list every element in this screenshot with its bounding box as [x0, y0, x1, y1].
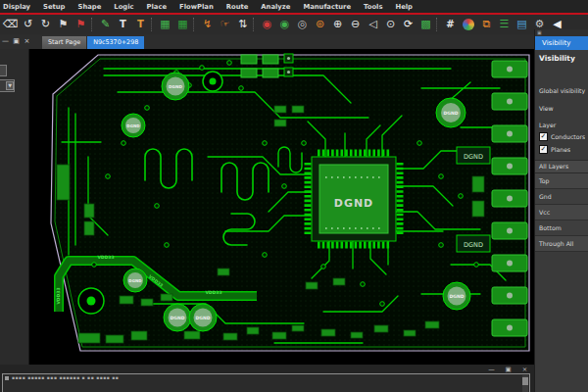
chevron-down-icon: ▼: [6, 81, 14, 90]
main-toolbar: ⌫ ↺ ↻ ⚑ ⚑ ✎ T T ▦ ▦ ↯ ☞ ⇅ ◉ ◉ ◎ ⊚ ⊕ ⊖: [0, 15, 588, 34]
layer-section-label: Layer: [535, 122, 588, 128]
Manufacture[interactable]: Manufacture: [303, 3, 351, 11]
restore-window-button[interactable]: ▣: [11, 37, 22, 45]
gnd-circle-label: DGND: [169, 84, 182, 89]
vdd33-label: VDD33: [56, 287, 61, 304]
Gnd[interactable]: Gnd: [535, 189, 588, 205]
edge-pads: [492, 61, 527, 336]
Vcc[interactable]: Vcc: [535, 205, 588, 220]
Logic[interactable]: Logic: [114, 3, 133, 11]
prompt-icon: [5, 376, 9, 380]
add-line-icon[interactable]: ✎: [98, 17, 113, 32]
view-3d-icon[interactable]: ▩: [418, 17, 433, 32]
all-layers-row[interactable]: All Layers: [535, 160, 588, 173]
add-text-icon[interactable]: T: [116, 17, 130, 32]
cross-section-icon[interactable]: ▤: [514, 17, 529, 32]
tab-visibility[interactable]: Visibility: [535, 36, 588, 50]
shadow-mode-icon[interactable]: ⧉: [479, 17, 494, 32]
separator: [193, 18, 197, 31]
console-window: — ▣ × ▪▪▪▪ ▪▪▪▪▪ ▪▪▪ ▪▪▪▪▪▪ ▪ ▪▪ ▪▪▪▪ ▪▪: [0, 365, 534, 392]
visibility-panel: ▣ Visibility Visibility Global visibilit…: [534, 29, 588, 392]
left-dock-strip: ▼: [0, 49, 29, 365]
pin-icon[interactable]: ⚑: [56, 17, 71, 32]
conductors-checkbox[interactable]: ✓ Conductors: [535, 132, 588, 141]
grid-icon[interactable]: #: [443, 17, 458, 32]
gnd-circle-label: DGND: [171, 316, 185, 320]
gnd-rect-label: DGND: [464, 153, 483, 161]
pcb-design-view[interactable]: DGND DGND DGND DGND DGND DGND DGND DGND …: [29, 49, 534, 365]
minimize-window-button[interactable]: —: [0, 37, 11, 45]
edit-text-icon[interactable]: T: [133, 17, 148, 32]
global-visibility-item[interactable]: Global visibility: [535, 87, 588, 94]
left-partial-dropdown[interactable]: ▼: [0, 79, 15, 92]
document-tab-bar: — ▣ × Start Page N9c5370+298: [0, 34, 534, 49]
panel-title: Visibility: [535, 50, 588, 66]
checkbox-check-icon: ✓: [539, 145, 548, 154]
scrollbar-thumb[interactable]: [522, 377, 528, 385]
vdd33-label: VDD33: [97, 255, 114, 260]
close-console-button[interactable]: ×: [519, 366, 530, 373]
Help[interactable]: Help: [395, 3, 413, 11]
Through All[interactable]: Through All: [535, 236, 588, 252]
checkbox-check-icon: ✓: [539, 132, 548, 141]
slide-icon[interactable]: ☞: [218, 17, 232, 32]
redraw-icon[interactable]: ⟳: [401, 17, 416, 32]
Route[interactable]: Route: [226, 3, 249, 11]
zoom-out-icon[interactable]: ⊖: [348, 17, 363, 32]
Top[interactable]: Top: [535, 173, 588, 189]
gnd-circle-label: DGND: [196, 316, 211, 320]
place-component-icon[interactable]: ▦: [175, 17, 190, 32]
console-output-box[interactable]: ▪▪▪▪ ▪▪▪▪▪ ▪▪▪ ▪▪▪▪▪▪ ▪ ▪▪ ▪▪▪▪ ▪▪: [2, 373, 530, 392]
swap-icon[interactable]: ⇅: [235, 17, 250, 32]
Setup[interactable]: Setup: [43, 3, 65, 11]
unpin-icon[interactable]: ⚑: [74, 17, 88, 32]
Bottom[interactable]: Bottom: [535, 220, 588, 236]
panel-top-strip: ▣: [535, 29, 588, 36]
qfp-chip: DGND: [308, 153, 400, 245]
pcb-canvas-area[interactable]: DGND DGND DGND DGND DGND DGND DGND DGND …: [29, 49, 534, 365]
console-text: ▪▪▪▪ ▪▪▪▪▪ ▪▪▪ ▪▪▪▪▪▪ ▪ ▪▪ ▪▪▪▪ ▪▪: [12, 375, 119, 380]
gnd-circle-label: DGND: [128, 278, 142, 283]
separator: [436, 18, 440, 31]
layer-list: Top Gnd Vcc Bottom Through All: [535, 173, 588, 252]
zoom-points-icon[interactable]: ⊚: [313, 17, 327, 32]
menu-bar: Display Setup Shape Logic Place FlowPlan…: [0, 0, 588, 13]
planes-checkbox[interactable]: ✓ Planes: [535, 145, 588, 154]
separator: [91, 18, 95, 31]
Analyze[interactable]: Analyze: [261, 3, 290, 11]
undo-icon[interactable]: ↺: [21, 17, 35, 32]
separator: [253, 18, 257, 31]
view-item[interactable]: View: [535, 105, 588, 112]
minimize-console-button[interactable]: —: [486, 366, 497, 373]
layers-icon[interactable]: ☰: [497, 17, 512, 32]
tab-start-page[interactable]: Start Page: [42, 36, 86, 49]
left-partial-field[interactable]: [0, 65, 7, 76]
FlowPlan[interactable]: FlowPlan: [179, 3, 214, 11]
rats-all-icon[interactable]: ◉: [260, 17, 274, 32]
panel-window-icon: ▣: [537, 29, 542, 35]
gnd-circle-label: DGND: [450, 294, 465, 299]
close-window-button[interactable]: ×: [22, 37, 32, 45]
Display[interactable]: Display: [3, 3, 30, 11]
gnd-rect-label: DGND: [464, 241, 483, 249]
route-icon[interactable]: ↯: [200, 17, 215, 32]
zoom-center-icon[interactable]: ⊙: [383, 17, 398, 32]
gnd-circle-label: DGND: [444, 111, 459, 116]
Place[interactable]: Place: [147, 3, 168, 11]
zoom-fit-icon[interactable]: ◎: [295, 17, 310, 32]
rats-net-icon[interactable]: ◉: [277, 17, 292, 32]
chip-dgnd-label: DGND: [334, 197, 374, 210]
delete-icon[interactable]: ⌫: [3, 17, 18, 32]
planes-label: Planes: [551, 146, 570, 153]
console-scrollbar[interactable]: [522, 375, 528, 392]
tab-design-n9c5370[interactable]: N9c5370+298: [87, 36, 144, 49]
color-wheel-icon[interactable]: [463, 19, 474, 30]
zoom-in-icon[interactable]: ⊕: [330, 17, 345, 32]
restore-console-button[interactable]: ▣: [503, 366, 514, 373]
Shape[interactable]: Shape: [78, 3, 102, 11]
redo-icon[interactable]: ↻: [38, 17, 53, 32]
component-icon[interactable]: ▦: [158, 17, 172, 32]
conductors-label: Conductors: [551, 133, 585, 140]
Tools[interactable]: Tools: [364, 3, 382, 11]
zoom-previous-icon[interactable]: ◁: [366, 17, 380, 32]
